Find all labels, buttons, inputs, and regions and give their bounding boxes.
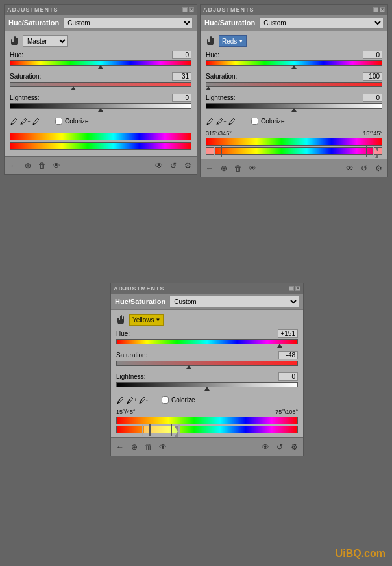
panel1-spectrum-top — [10, 133, 191, 140]
panel3-hue-label: Hue: — [116, 330, 130, 337]
panel1-back-icon[interactable]: ← — [8, 161, 19, 171]
panel1-titlebar: ADJUSTMENTS ─ ✕ — [5, 5, 197, 15]
panel1-hand-icon — [10, 36, 20, 46]
panel3-hue-track[interactable] — [116, 339, 298, 347]
panel1-new-icon[interactable]: ⊕ — [23, 161, 33, 171]
panel1-light-value: 0 — [172, 94, 191, 102]
panel1-hue-label: Hue: — [10, 51, 23, 58]
panel3-channel-row: Yellows ▼ — [116, 314, 298, 326]
panel3-refresh-icon[interactable]: ↺ — [275, 442, 285, 452]
panel1-titlebar-buttons: ─ ✕ — [182, 7, 194, 12]
adjustments-panel-1: ADJUSTMENTS ─ ✕ Hue/Saturation Custom Ma… — [4, 4, 197, 175]
panel2-range-left: 315°/345° — [206, 130, 232, 136]
panel1-channel-row: Master — [10, 35, 191, 47]
panel3-titlebar-buttons: ─ ✕ — [289, 286, 300, 291]
panel3-preset-select[interactable]: Custom — [169, 296, 299, 307]
panel3-eyedropper-plus-icon[interactable]: 🖊+ — [128, 396, 136, 404]
panel2-eyedropper-minus-icon[interactable]: 🖊- — [229, 118, 237, 125]
panel2-preset-select[interactable]: Custom — [259, 17, 384, 29]
panel1-eyedropper-plus-icon[interactable]: 🖊+ — [21, 118, 29, 125]
panel3-colorize-checkbox[interactable] — [162, 396, 169, 404]
panel1-channel-select[interactable]: Master — [23, 35, 68, 47]
panel1-hue-track[interactable] — [10, 60, 191, 68]
panel2-eyedropper-icon[interactable]: 🖊 — [206, 118, 214, 125]
panel1-colorize-checkbox[interactable] — [55, 118, 62, 125]
panel1-colorize-row: Colorize — [55, 118, 89, 125]
panel2-refresh-icon[interactable]: ↺ — [359, 163, 369, 174]
panel3-trash-icon[interactable]: 🗑 — [143, 442, 154, 452]
panel2-hue-track[interactable] — [206, 60, 382, 68]
panel1-eyedropper-icon[interactable]: 🖊 — [10, 118, 18, 125]
panel1-trash-icon[interactable]: 🗑 — [37, 161, 47, 171]
panel1-minimize-button[interactable]: ─ — [182, 7, 188, 12]
panel1-eyedropper-minus-icon[interactable]: 🖊- — [33, 118, 41, 125]
panel1-refresh-icon[interactable]: ↺ — [168, 161, 178, 171]
panel3-hue-value: +151 — [278, 329, 298, 338]
panel1-sat-track[interactable] — [10, 82, 191, 90]
panel1-spectrum-area — [10, 133, 191, 150]
panel2-settings-icon[interactable]: ⚙ — [373, 163, 384, 174]
panel1-eye-icon[interactable]: 👁 — [51, 161, 62, 171]
panel2-new-icon[interactable]: ⊕ — [219, 163, 229, 174]
panel3-spectrum-bottom — [116, 426, 298, 433]
panel3-new-icon[interactable]: ⊕ — [129, 442, 140, 452]
panel2-channel-dropdown[interactable]: Reds ▼ — [219, 35, 247, 47]
panel2-sat-track[interactable] — [206, 82, 382, 90]
panel3-channel-dropdown[interactable]: Yellows ▼ — [129, 314, 164, 326]
panel3-sat-label-row: Saturation: -48 — [116, 351, 298, 359]
panel2-sat-slider-row: Saturation: -100 — [206, 72, 382, 90]
panel3-hue-label-row: Hue: +151 — [116, 329, 298, 338]
panel1-sat-label: Saturation: — [10, 73, 41, 80]
panel3-sat-slider-row: Saturation: -48 — [116, 351, 298, 368]
panel3-sat-track[interactable] — [116, 361, 298, 368]
panel2-eyedropper-row: 🖊 🖊+ 🖊- Colorize — [206, 115, 382, 127]
panel1-header-label: Hue/Saturation — [8, 19, 59, 27]
panel3-colorize-label: Colorize — [171, 396, 195, 404]
panel3-spectrum-area — [116, 417, 298, 433]
panel3-light-track[interactable] — [116, 382, 298, 390]
panel3-range-row: 15°/45° 75°\105° — [116, 409, 298, 415]
panel2-title-area: ADJUSTMENTS — [203, 6, 254, 13]
panel3-range-right: 75°\105° — [275, 409, 298, 415]
panel1-header: Hue/Saturation Custom — [5, 15, 197, 31]
panel3-eyedropper-minus-icon[interactable]: 🖊- — [140, 396, 147, 404]
panel3-bottom-toolbar: ← ⊕ 🗑 👁 👁 ↺ ⚙ — [111, 437, 303, 456]
panel2-light-track[interactable] — [206, 103, 382, 111]
panel2-channel-label: Reds — [222, 38, 237, 45]
panel1-close-button[interactable]: ✕ — [189, 7, 194, 12]
panel1-visibility2-icon[interactable]: 👁 — [154, 161, 164, 171]
panel1-light-label-row: Lightness: 0 — [10, 94, 191, 102]
panel2-hue-value: 0 — [363, 51, 382, 59]
panel3-sat-value: -48 — [278, 351, 298, 359]
panel1-preset-select[interactable]: Custom — [63, 17, 193, 29]
panel2-visibility2-icon[interactable]: 👁 — [345, 163, 355, 174]
panel3-eyedropper-icon[interactable]: 🖊 — [116, 396, 124, 404]
panel2-header: Hue/Saturation Custom — [201, 15, 387, 31]
panel2-colorize-checkbox[interactable] — [251, 118, 258, 125]
panel1-sat-slider-row: Saturation: -31 — [10, 72, 191, 90]
panel3-header: Hue/Saturation Custom — [111, 294, 303, 310]
panel3-hand-icon — [116, 315, 127, 325]
panel2-light-value: 0 — [363, 94, 382, 102]
panel2-close-button[interactable]: ✕ — [380, 7, 385, 12]
panel2-range-row: 315°/345° 15°\45° — [206, 130, 382, 136]
panel2-back-icon[interactable]: ← — [204, 163, 215, 174]
panel2-light-label: Lightness: — [206, 94, 236, 101]
panel3-minimize-button[interactable]: ─ — [289, 286, 294, 291]
panel2-trash-icon[interactable]: 🗑 — [233, 163, 243, 174]
panel1-light-track[interactable] — [10, 103, 191, 111]
panel3-eye-icon[interactable]: 👁 — [158, 442, 168, 452]
panel3-visibility2-icon[interactable]: 👁 — [260, 442, 271, 452]
panel2-bottom-toolbar: ← ⊕ 🗑 👁 👁 ↺ ⚙ — [201, 159, 387, 177]
panel1-hue-value: 0 — [172, 51, 191, 59]
panel2-eye-icon[interactable]: 👁 — [247, 163, 258, 174]
panel1-settings-icon[interactable]: ⚙ — [182, 161, 193, 171]
panel2-eyedropper-plus-icon[interactable]: 🖊+ — [217, 118, 225, 125]
panel3-close-button[interactable]: ✕ — [295, 286, 300, 291]
panel3-light-slider-row: Lightness: 0 — [116, 372, 298, 390]
panel3-back-icon[interactable]: ← — [115, 442, 125, 452]
panel2-hue-slider-row: Hue: 0 — [206, 51, 382, 68]
panel1-light-slider-row: Lightness: 0 — [10, 94, 191, 111]
panel3-settings-icon[interactable]: ⚙ — [289, 442, 299, 452]
panel2-minimize-button[interactable]: ─ — [373, 7, 378, 12]
